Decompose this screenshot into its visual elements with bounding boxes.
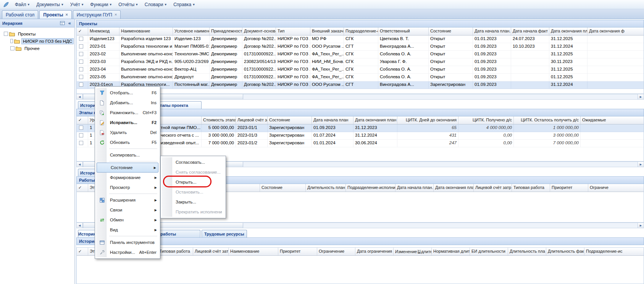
column-header[interactable]: Дата начала план <box>312 116 353 124</box>
menubar-item[interactable]: Учёт▼ <box>67 0 87 9</box>
column-header[interactable]: Дата начала план. <box>473 27 511 35</box>
column-header[interactable]: Приоритет <box>550 184 588 192</box>
column-header[interactable]: Ограниче <box>588 184 644 192</box>
scroll-right-icon[interactable]: ▶ <box>638 94 644 99</box>
column-header[interactable]: Ожидаемые <box>581 116 644 124</box>
node-checkbox[interactable] <box>4 32 8 36</box>
table-row[interactable]: 2023-04Выполнение опытно-конс...Вектор-А… <box>77 66 644 74</box>
row-checkbox[interactable] <box>79 141 83 145</box>
column-header[interactable]: Длительность фак <box>546 248 584 255</box>
column-header[interactable]: ЦИТК. Дней до окончания <box>397 116 458 124</box>
menu-item[interactable]: Просмотр▶ <box>96 182 159 192</box>
tab-close-icon[interactable]: × <box>115 13 117 17</box>
tab[interactable]: История <box>78 230 96 237</box>
menubar-item[interactable]: Функции▼ <box>87 0 115 9</box>
scroll-right-icon[interactable]: ▶ <box>638 223 644 228</box>
table-row[interactable]: 2023-01еспРазработка технологи...Постоян… <box>77 81 644 89</box>
tree-node[interactable]: НИОКР по ГОЗ без НДС <box>1 37 74 45</box>
select-column-header[interactable]: ✓ <box>77 184 88 192</box>
select-column-header[interactable]: ✓ <box>77 248 88 255</box>
column-header[interactable]: Стоимость этапа <box>202 116 236 124</box>
menu-item[interactable]: Отобрать...F6 <box>96 88 159 98</box>
select-column-header[interactable]: ✓ <box>77 116 88 124</box>
menu-item[interactable]: Исправить...F2 <box>96 118 159 127</box>
menu-item[interactable]: Состояние▶ <box>97 163 158 173</box>
scroll-left-icon[interactable]: ◀ <box>77 94 83 99</box>
scroll-left-icon[interactable]: ◀ <box>77 223 83 228</box>
column-header[interactable]: Длительность пла <box>508 248 546 255</box>
menu-item[interactable]: Связи▶ <box>96 205 159 215</box>
column-header[interactable]: Дата начала план. <box>395 184 434 192</box>
menu-item[interactable]: Формирование▶ <box>96 173 159 182</box>
column-header[interactable]: Документ-основан <box>242 27 276 35</box>
table-row[interactable]: 1ческого отчета с ...3 000 000,002023-01… <box>77 132 644 140</box>
tab[interactable]: Проекты× <box>39 10 72 19</box>
table-row[interactable]: 2023-05Выполнение опытно-конс...Дредноут… <box>77 74 644 81</box>
menu-item[interactable]: УдалитьDel <box>96 127 159 137</box>
row-checkbox[interactable] <box>79 52 83 56</box>
menu-item[interactable]: Согласовать... <box>162 157 224 167</box>
table-row[interactable]: 1тной партии ПМО...5 000 000,002023-01/1… <box>77 124 644 132</box>
row-checkbox[interactable] <box>79 82 83 87</box>
column-header[interactable]: Подразделение-исполнитель. <box>346 184 395 192</box>
column-header[interactable]: Дата окончания план <box>353 116 397 124</box>
tree-node[interactable]: Прочее <box>1 45 74 52</box>
column-header[interactable]: Нормативная длит <box>432 248 470 255</box>
row-checkbox[interactable] <box>79 126 83 130</box>
tab[interactable]: Инструкции ПУП× <box>73 10 121 19</box>
menu-item[interactable]: Скопировать... <box>96 150 159 160</box>
works-hscrollbar[interactable]: ◀ ▶ <box>76 223 644 228</box>
menubar-item[interactable]: Отчёты▼ <box>115 0 141 9</box>
menubar-item[interactable]: Словари▼ <box>141 0 170 9</box>
column-header[interactable]: Наименование <box>229 248 278 255</box>
column-header[interactable]: Мнемокод <box>88 27 119 35</box>
menu-item[interactable]: Добавить...Ins <box>96 98 159 108</box>
column-header[interactable]: Подразделение-ис <box>584 248 644 255</box>
row-checkbox[interactable] <box>79 75 83 79</box>
row-checkbox[interactable] <box>79 44 83 48</box>
menu-item[interactable]: Закрыть... <box>162 197 224 207</box>
tab[interactable]: Рабочий стол <box>2 10 38 19</box>
tab[interactable]: Трудовые ресурсы <box>202 230 247 237</box>
column-header[interactable]: Ограничение <box>317 248 355 255</box>
scroll-right-icon[interactable]: ▶ <box>638 162 644 167</box>
menu-item[interactable]: Вид▶ <box>96 225 159 235</box>
column-header[interactable]: Дата окончания план <box>434 184 474 192</box>
select-column-header[interactable]: ✓ <box>77 27 88 35</box>
menu-item[interactable]: Расширения▶ <box>96 195 159 205</box>
column-header[interactable]: Дата начала факт <box>511 27 549 35</box>
menu-item[interactable]: Обмен▶ <box>96 215 159 225</box>
column-header[interactable]: Состояние <box>260 184 306 192</box>
row-checkbox[interactable] <box>79 37 83 41</box>
menubar-item[interactable]: Файл▼ <box>11 0 33 9</box>
column-header[interactable]: Приоритет <box>278 248 317 255</box>
column-header[interactable]: Состояние <box>429 27 473 35</box>
column-header[interactable]: Подразделение-от <box>344 27 378 35</box>
column-header[interactable]: Лицевой счёт затр <box>193 248 229 255</box>
column-header[interactable]: Длительность план▼ <box>306 184 346 192</box>
column-header[interactable]: ЦИТК. Осталось получить д/с <box>514 116 581 124</box>
table-row[interactable]: Изделие123Разработка изделия 123Изделие-… <box>77 36 644 43</box>
menu-item[interactable]: ОбновитьF5 <box>96 137 159 147</box>
row-checkbox[interactable] <box>79 60 83 64</box>
column-header[interactable]: Ответственный <box>378 27 429 35</box>
collapse-icon[interactable]: « <box>66 20 73 26</box>
tab-close-icon[interactable]: × <box>65 13 68 17</box>
column-header[interactable]: ЕИ длительности <box>470 248 508 255</box>
table-row[interactable]: 2023-01Разработка технологии и...Магнит … <box>77 43 644 51</box>
column-header[interactable]: Лицевой счёт затрат <box>236 116 268 124</box>
menu-item[interactable]: Панель инструментов <box>96 237 159 247</box>
node-checkbox[interactable] <box>10 46 15 50</box>
row-checkbox[interactable] <box>79 67 83 71</box>
column-header[interactable]: Изменение길длител <box>394 248 432 255</box>
table-row[interactable]: 2023-03Разработка ЭКД и РКД н...905-U020… <box>77 58 644 66</box>
row-checkbox[interactable] <box>79 133 83 137</box>
table-row[interactable]: 1изведенной опыт...7 000 000,002023-01/2… <box>77 140 644 147</box>
table-row[interactable]: 2023-02Выполнение опытно-конс...Технолог… <box>77 51 644 58</box>
menu-item[interactable]: Размножить...Ctrl+F3 <box>96 108 159 118</box>
column-header[interactable]: Состояние <box>268 116 312 124</box>
column-header[interactable]: Тип <box>276 27 310 35</box>
column-header[interactable]: Дата окончания пл <box>549 27 588 35</box>
tree-node[interactable]: Проекты <box>1 30 74 37</box>
column-header[interactable]: Дата ограничения <box>355 248 394 255</box>
